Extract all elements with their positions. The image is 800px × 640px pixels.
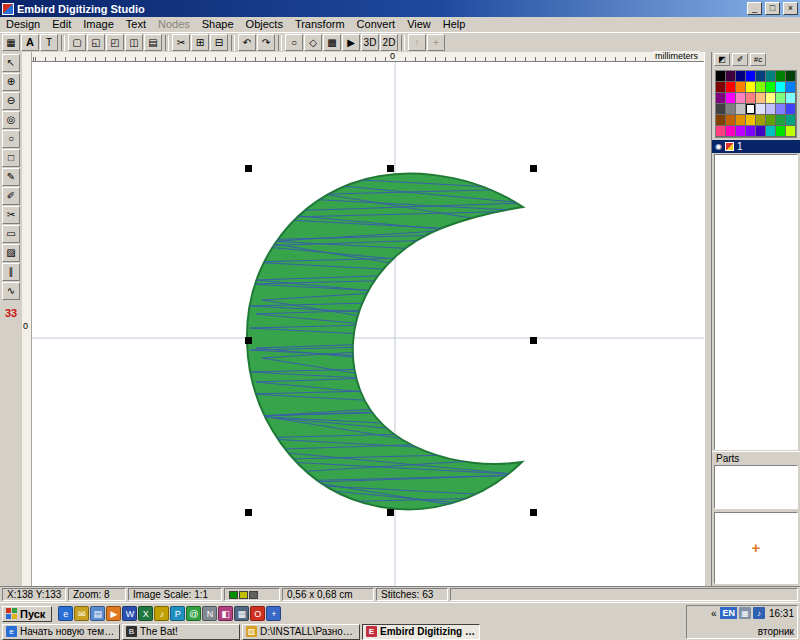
object-list[interactable]: [714, 154, 798, 450]
palette-color-0[interactable]: [716, 71, 726, 82]
palette-color-7[interactable]: [786, 71, 796, 82]
ql-tools-icon[interactable]: +: [266, 606, 281, 621]
palette-color-39[interactable]: [786, 115, 796, 126]
tray-keyboard-icon[interactable]: ▦: [739, 607, 751, 619]
palette-color-1[interactable]: [726, 71, 736, 82]
palette-color-19[interactable]: [746, 93, 756, 104]
palette-color-47[interactable]: [786, 126, 796, 137]
menu-shape[interactable]: Shape: [196, 17, 240, 32]
selection-handle-se[interactable]: [530, 509, 537, 516]
palette-color-33[interactable]: [726, 115, 736, 126]
palette-color-27[interactable]: [746, 104, 756, 115]
language-indicator[interactable]: EN: [720, 607, 737, 619]
palette-color-28[interactable]: [756, 104, 766, 115]
palette-color-45[interactable]: [766, 126, 776, 137]
palette-color-34[interactable]: [736, 115, 746, 126]
palette-color-25[interactable]: [726, 104, 736, 115]
rectangle-tool[interactable]: □: [2, 149, 20, 167]
tray-collapse-icon[interactable]: «: [709, 608, 719, 619]
selection-handle-nw[interactable]: [245, 165, 252, 172]
eraser-tool[interactable]: ▭: [2, 225, 20, 243]
menu-text[interactable]: Text: [120, 17, 152, 32]
ql-internet-explorer-icon[interactable]: e: [58, 606, 73, 621]
ql-chat-icon[interactable]: @: [186, 606, 201, 621]
palette-color-21[interactable]: [766, 93, 776, 104]
palette-color-38[interactable]: [776, 115, 786, 126]
ql-notepad-icon[interactable]: N: [202, 606, 217, 621]
layer-row[interactable]: ◉ 1: [712, 140, 800, 153]
menu-design[interactable]: Design: [0, 17, 46, 32]
save-button[interactable]: ◫: [125, 34, 143, 51]
palette-color-42[interactable]: [736, 126, 746, 137]
palette-color-30[interactable]: [776, 104, 786, 115]
close-button[interactable]: ×: [783, 2, 798, 15]
palette-color-10[interactable]: [736, 82, 746, 93]
zoom-out-tool[interactable]: ⊖: [2, 92, 20, 110]
menu-convert[interactable]: Convert: [351, 17, 402, 32]
palette-color-12[interactable]: [756, 82, 766, 93]
palette-color-44[interactable]: [756, 126, 766, 137]
ql-photo-icon[interactable]: P: [170, 606, 185, 621]
ql-paint-icon[interactable]: ◧: [218, 606, 233, 621]
menu-objects[interactable]: Objects: [240, 17, 289, 32]
start-button[interactable]: Пуск: [2, 606, 52, 622]
task-button-0[interactable]: eНачать новую тему :: В...: [2, 624, 120, 640]
ellipse-tool[interactable]: ○: [2, 130, 20, 148]
simulate-button[interactable]: ▶: [342, 34, 360, 51]
palette-color-13[interactable]: [766, 82, 776, 93]
palette-color-40[interactable]: [716, 126, 726, 137]
selection-handle-w[interactable]: [245, 337, 252, 344]
palette-color-35[interactable]: [746, 115, 756, 126]
palette-color-15[interactable]: [786, 82, 796, 93]
menu-image[interactable]: Image: [77, 17, 120, 32]
curve-tool[interactable]: ∿: [2, 282, 20, 300]
palette-color-20[interactable]: [756, 93, 766, 104]
palette-color-41[interactable]: [726, 126, 736, 137]
palette-color-18[interactable]: [736, 93, 746, 104]
merge-button[interactable]: ◰: [106, 34, 124, 51]
palette-mode-button[interactable]: #c: [750, 53, 766, 66]
open-button[interactable]: ◱: [87, 34, 105, 51]
maximize-button[interactable]: □: [765, 2, 780, 15]
palette-color-22[interactable]: [776, 93, 786, 104]
panel-splitter[interactable]: [704, 52, 712, 586]
paste-button[interactable]: ⊟: [210, 34, 228, 51]
layer-visibility-icon[interactable]: ◉: [715, 143, 722, 151]
palette-color-43[interactable]: [746, 126, 756, 137]
palette-color-3[interactable]: [746, 71, 756, 82]
menu-edit[interactable]: Edit: [46, 17, 77, 32]
menu-transform[interactable]: Transform: [289, 17, 351, 32]
ql-excel-icon[interactable]: X: [138, 606, 153, 621]
text-a-button[interactable]: A: [21, 34, 39, 51]
ql-calc-icon[interactable]: ▦: [234, 606, 249, 621]
design-canvas[interactable]: [32, 62, 704, 586]
palette-color-16[interactable]: [716, 93, 726, 104]
cut-button[interactable]: ✂: [172, 34, 190, 51]
palette-color-37[interactable]: [766, 115, 776, 126]
pattern-button[interactable]: ▦: [2, 34, 20, 51]
print-button[interactable]: ▤: [144, 34, 162, 51]
redo-button[interactable]: ↷: [257, 34, 275, 51]
palette-color-17[interactable]: [726, 93, 736, 104]
palette-color-11[interactable]: [746, 82, 756, 93]
knife-tool[interactable]: ✂: [2, 206, 20, 224]
pattern-style-button[interactable]: ◩: [714, 53, 730, 66]
palette-color-23[interactable]: [786, 93, 796, 104]
freehand-tool[interactable]: ✎: [2, 168, 20, 186]
menu-help[interactable]: Help: [437, 17, 472, 32]
selection-handle-n[interactable]: [387, 165, 394, 172]
ql-winamp-icon[interactable]: ♪: [154, 606, 169, 621]
ql-media-player-icon[interactable]: ▶: [106, 606, 121, 621]
fill-tool[interactable]: ▨: [2, 244, 20, 262]
text-t-button[interactable]: T: [40, 34, 58, 51]
palette-color-29[interactable]: [766, 104, 776, 115]
menu-view[interactable]: View: [401, 17, 437, 32]
palette-color-8[interactable]: [716, 82, 726, 93]
node-edit-button[interactable]: ◇: [304, 34, 322, 51]
column-tool[interactable]: ∥: [2, 263, 20, 281]
undo-button[interactable]: ↶: [238, 34, 256, 51]
grid-button[interactable]: ▩: [323, 34, 341, 51]
palette-color-36[interactable]: [756, 115, 766, 126]
selection-handle-sw[interactable]: [245, 509, 252, 516]
selection-handle-s[interactable]: [387, 509, 394, 516]
